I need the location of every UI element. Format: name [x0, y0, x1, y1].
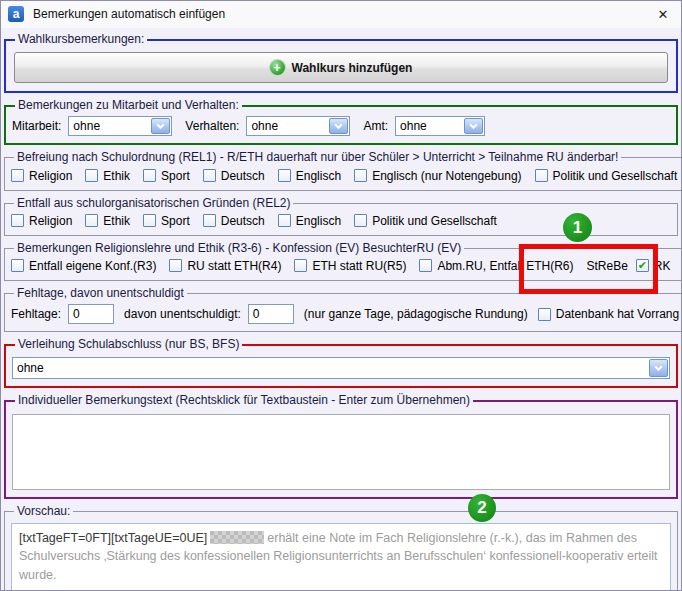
- dropdown-value: ohne: [69, 117, 150, 135]
- checkbox[interactable]: [535, 169, 548, 182]
- rel1-checkbox-row: ReligionEthikSportDeutschEnglischEnglisc…: [11, 169, 682, 183]
- checkbox-item[interactable]: Entfall eigene Konf.(R3): [11, 259, 156, 273]
- checkbox-item[interactable]: Englisch: [278, 169, 341, 183]
- checkbox[interactable]: [203, 214, 216, 227]
- chevron-down-icon[interactable]: [151, 118, 170, 134]
- checkbox-datenbank-vorrang[interactable]: [538, 308, 551, 321]
- checkbox-item[interactable]: Englisch (nur Notengebung): [354, 169, 521, 183]
- checkbox-item[interactable]: Politik und Gesellschaft: [535, 169, 678, 183]
- group-legend: Fehltage, davon unentschuldigt: [14, 287, 187, 300]
- checkbox-label: RK: [654, 259, 671, 273]
- plus-icon: +: [270, 60, 285, 75]
- dialog-window: a Bemerkungen automatisch einfügen ✕ Wah…: [0, 0, 682, 591]
- checkbox-item[interactable]: RU statt ETH(R4): [169, 259, 281, 273]
- checkbox-label: Englisch: [296, 169, 341, 183]
- checkbox[interactable]: [419, 259, 432, 272]
- group-legend: Vorschau:: [14, 505, 73, 518]
- checkbox-item[interactable]: Sport: [143, 214, 190, 228]
- fehltage-label: Fehltage:: [11, 307, 61, 321]
- checkbox-label: Abm.RU, Entfall ETH(R6): [437, 259, 573, 273]
- checkbox-label: Sport: [161, 214, 190, 228]
- checkbox-label: Religion: [29, 214, 72, 228]
- group-fehltage: Fehltage, davon unentschuldigt Fehltage:…: [4, 287, 682, 332]
- checkbox-item-datenbank-vorrang[interactable]: Datenbank hat Vorrang: [538, 307, 679, 321]
- fehltage-input[interactable]: [68, 304, 114, 324]
- checkbox-label: Religion: [29, 169, 72, 183]
- mitarbeit-dropdown[interactable]: ohne: [68, 116, 172, 136]
- close-button[interactable]: ✕: [644, 0, 682, 28]
- verhalten-dropdown[interactable]: ohne: [246, 116, 350, 136]
- checkbox[interactable]: [11, 169, 24, 182]
- group-legend: Individueller Bemerkungstext (Rechtsklic…: [15, 394, 473, 407]
- redacted-name: [210, 531, 264, 544]
- checkbox-item-rk[interactable]: ✔ RK: [636, 259, 671, 273]
- checkbox-label: Ethik: [103, 214, 130, 228]
- checkbox-label: Datenbank hat Vorrang: [556, 307, 679, 321]
- checkbox[interactable]: [85, 214, 98, 227]
- group-rel36: Bemerkungen Religionslehre und Ethik (R3…: [4, 242, 682, 281]
- checkbox[interactable]: [11, 214, 24, 227]
- unentschuldigt-input[interactable]: [248, 304, 294, 324]
- app-icon: a: [8, 6, 24, 22]
- close-icon: ✕: [658, 7, 669, 22]
- schulabschluss-dropdown[interactable]: ohne: [12, 357, 670, 379]
- group-vorschau: Vorschau: [txtTageFT=0FT][txtTageUE=0UE]…: [4, 505, 678, 591]
- checkbox-item[interactable]: Religion: [11, 214, 72, 228]
- checkbox[interactable]: [169, 259, 182, 272]
- checkbox-item[interactable]: ETH statt RU(R5): [294, 259, 406, 273]
- group-wahlkursbemerkungen: Wahlkursbemerkungen: + Wahlkurs hinzufüg…: [4, 33, 678, 93]
- verhalten-label: Verhalten:: [185, 119, 239, 133]
- checkbox-item[interactable]: Ethik: [85, 214, 130, 228]
- group-legend: Bemerkungen zu Mitarbeit und Verhalten:: [15, 99, 242, 112]
- checkbox-label: Englisch: [296, 214, 341, 228]
- checkbox[interactable]: [143, 214, 156, 227]
- checkbox[interactable]: [354, 214, 367, 227]
- bemerkungstext-textarea[interactable]: [12, 414, 670, 490]
- checkbox-item[interactable]: Religion: [11, 169, 72, 183]
- checkbox-rk-checked[interactable]: ✔: [636, 259, 649, 272]
- checkbox[interactable]: [278, 169, 291, 182]
- vorschau-text-box: [txtTageFT=0FT][txtTageUE=0UE]erhält ein…: [11, 523, 671, 591]
- checkbox[interactable]: [203, 169, 216, 182]
- group-schulabschluss: Verleihung Schulabschluss (nur BS, BFS) …: [4, 338, 678, 388]
- group-legend: Wahlkursbemerkungen:: [15, 33, 147, 46]
- group-legend: Bemerkungen Religionslehre und Ethik (R3…: [14, 242, 464, 255]
- button-label: Wahlkurs hinzufügen: [292, 61, 413, 75]
- group-legend: Verleihung Schulabschluss (nur BS, BFS): [15, 338, 242, 351]
- checkbox[interactable]: [278, 214, 291, 227]
- checkbox-item[interactable]: Sport: [143, 169, 190, 183]
- checkbox[interactable]: [294, 259, 307, 272]
- checkbox-item[interactable]: Abm.RU, Entfall ETH(R6): [419, 259, 573, 273]
- checkbox-label: RU statt ETH(R4): [187, 259, 281, 273]
- mitarbeit-label: Mitarbeit:: [12, 119, 61, 133]
- checkbox[interactable]: [354, 169, 367, 182]
- checkbox-label: Politik und Gesellschaft: [553, 169, 678, 183]
- dropdown-value: ohne: [13, 358, 648, 378]
- amt-dropdown[interactable]: ohne: [395, 116, 485, 136]
- unentschuldigt-label: davon unentschuldigt:: [124, 307, 241, 321]
- group-rel1: Befreiung nach Schulordnung (REL1) - R/E…: [4, 151, 682, 190]
- checkbox-label: Ethik: [103, 169, 130, 183]
- chevron-down-icon[interactable]: [464, 118, 483, 134]
- rel36-checkbox-row: Entfall eigene Konf.(R3)RU statt ETH(R4)…: [11, 259, 586, 273]
- checkbox-item[interactable]: Ethik: [85, 169, 130, 183]
- vorschau-tokens: [txtTageFT=0FT][txtTageUE=0UE]: [19, 531, 207, 545]
- checkbox-item[interactable]: Deutsch: [203, 169, 265, 183]
- checkbox-label: ETH statt RU(R5): [312, 259, 406, 273]
- amt-label: Amt:: [363, 119, 388, 133]
- group-mitarbeit-verhalten: Bemerkungen zu Mitarbeit und Verhalten: …: [4, 99, 678, 145]
- wahlkurs-hinzufuegen-button[interactable]: + Wahlkurs hinzufügen: [14, 52, 668, 83]
- checkbox[interactable]: [143, 169, 156, 182]
- checkbox-item[interactable]: Politik und Gesellschaft: [354, 214, 497, 228]
- rundung-hint: (nur ganze Tage, pädagogische Rundung): [304, 307, 528, 321]
- checkbox-item[interactable]: Englisch: [278, 214, 341, 228]
- chevron-down-icon[interactable]: [649, 359, 668, 377]
- checkbox-label: Englisch (nur Notengebung): [372, 169, 521, 183]
- dropdown-value: ohne: [396, 117, 463, 135]
- checkbox-item[interactable]: Deutsch: [203, 214, 265, 228]
- checkbox[interactable]: [85, 169, 98, 182]
- checkbox[interactable]: [11, 259, 24, 272]
- strebe-label: StReBe: [586, 259, 627, 273]
- checkbox-label: Sport: [161, 169, 190, 183]
- chevron-down-icon[interactable]: [329, 118, 348, 134]
